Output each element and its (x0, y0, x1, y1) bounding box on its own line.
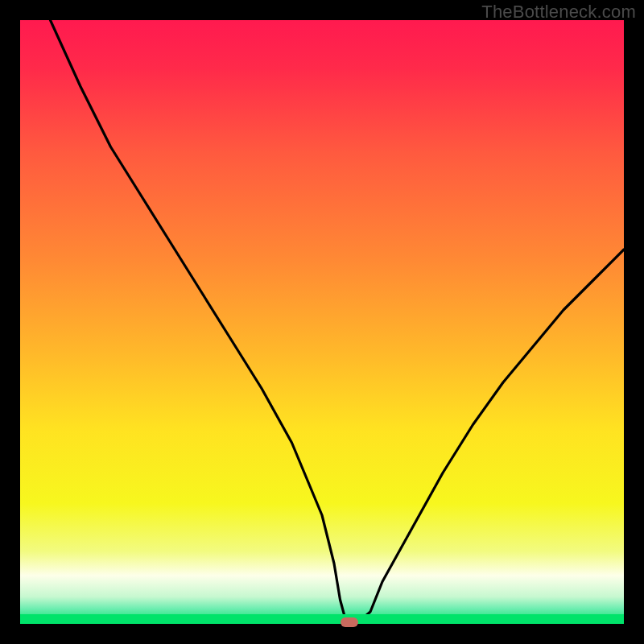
green-baseline-band (20, 614, 624, 624)
chart-svg (20, 20, 624, 624)
watermark-text: TheBottleneck.com (481, 2, 636, 23)
chart-frame: TheBottleneck.com (0, 0, 644, 644)
plot-area (20, 20, 624, 624)
gradient-background (20, 20, 624, 624)
minimum-marker (341, 617, 358, 627)
